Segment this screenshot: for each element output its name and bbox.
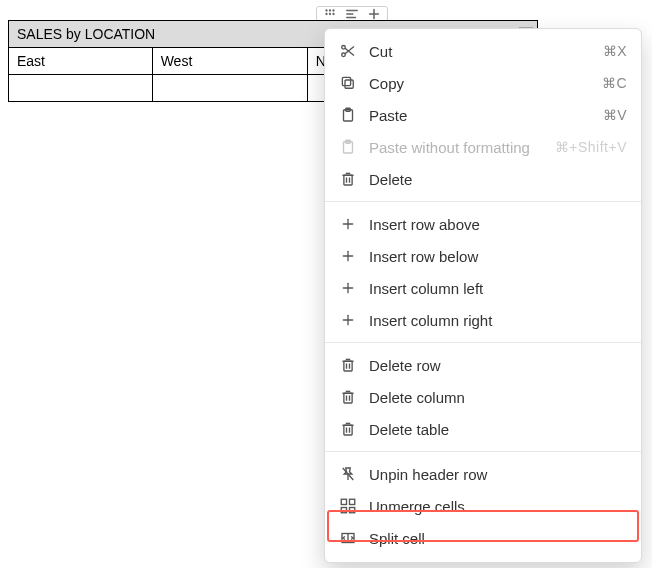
scissors-icon <box>339 42 357 60</box>
menu-item-label: Insert row above <box>369 216 627 233</box>
menu-item-insert-col-left[interactable]: Insert column left <box>325 272 641 304</box>
menu-item-unmerge-cells[interactable]: Unmerge cells <box>325 490 641 522</box>
menu-item-copy[interactable]: Copy⌘C <box>325 67 641 99</box>
context-menu: Cut⌘XCopy⌘CPaste⌘VPaste without formatti… <box>324 28 642 563</box>
plus-icon <box>339 311 357 329</box>
menu-item-insert-row-above[interactable]: Insert row above <box>325 208 641 240</box>
menu-item-shortcut: ⌘+Shift+V <box>555 139 627 155</box>
menu-item-insert-col-right[interactable]: Insert column right <box>325 304 641 336</box>
menu-item-label: Split cell <box>369 530 627 547</box>
svg-point-3 <box>325 13 327 15</box>
unmerge-icon <box>339 497 357 515</box>
menu-item-label: Insert row below <box>369 248 627 265</box>
menu-item-shortcut: ⌘C <box>602 75 627 91</box>
copy-icon <box>339 74 357 92</box>
cell[interactable] <box>152 75 307 102</box>
clipboard-outline-icon <box>339 138 357 156</box>
cell[interactable] <box>9 75 153 102</box>
menu-item-delete-row[interactable]: Delete row <box>325 349 641 381</box>
menu-item-label: Paste without formatting <box>369 139 543 156</box>
trash-icon <box>339 170 357 188</box>
cell[interactable]: West <box>152 48 307 75</box>
table-header-title: SALES by LOCATION <box>17 26 155 42</box>
menu-item-split-cell[interactable]: Split cell <box>325 522 641 554</box>
menu-separator <box>325 201 641 202</box>
menu-item-label: Unmerge cells <box>369 498 627 515</box>
menu-item-delete-table[interactable]: Delete table <box>325 413 641 445</box>
plus-icon <box>339 279 357 297</box>
svg-rect-22 <box>344 175 352 185</box>
cell-text: West <box>161 53 193 69</box>
svg-rect-40 <box>344 393 352 403</box>
svg-rect-35 <box>344 361 352 371</box>
menu-item-label: Delete column <box>369 389 627 406</box>
plus-icon <box>339 215 357 233</box>
svg-point-4 <box>329 13 331 15</box>
menu-item-label: Insert column right <box>369 312 627 329</box>
cell-text: East <box>17 53 45 69</box>
svg-rect-53 <box>350 499 355 504</box>
plus-icon <box>339 247 357 265</box>
menu-item-shortcut: ⌘X <box>603 43 627 59</box>
menu-item-label: Delete table <box>369 421 627 438</box>
menu-item-label: Delete row <box>369 357 627 374</box>
menu-separator <box>325 342 641 343</box>
svg-point-13 <box>342 53 346 57</box>
menu-item-label: Paste <box>369 107 591 124</box>
svg-point-0 <box>325 9 327 11</box>
menu-item-label: Delete <box>369 171 627 188</box>
svg-point-2 <box>332 9 334 11</box>
svg-point-1 <box>329 9 331 11</box>
drag-grip-icon[interactable] <box>323 7 337 21</box>
trash-icon <box>339 420 357 438</box>
clipboard-icon <box>339 106 357 124</box>
trash-icon <box>339 388 357 406</box>
unpin-icon <box>339 465 357 483</box>
menu-item-delete[interactable]: Delete <box>325 163 641 195</box>
plus-icon[interactable] <box>367 7 381 21</box>
menu-item-label: Insert column left <box>369 280 627 297</box>
align-left-icon[interactable] <box>345 7 359 21</box>
menu-item-label: Cut <box>369 43 591 60</box>
menu-item-paste[interactable]: Paste⌘V <box>325 99 641 131</box>
cell[interactable]: East <box>9 48 153 75</box>
menu-item-delete-col[interactable]: Delete column <box>325 381 641 413</box>
menu-item-unpin-header[interactable]: Unpin header row <box>325 458 641 490</box>
svg-rect-16 <box>345 80 353 88</box>
svg-rect-55 <box>350 508 355 513</box>
menu-separator <box>325 451 641 452</box>
menu-item-paste-nofmt: Paste without formatting⌘+Shift+V <box>325 131 641 163</box>
menu-item-insert-row-below[interactable]: Insert row below <box>325 240 641 272</box>
svg-rect-52 <box>341 499 346 504</box>
menu-item-label: Unpin header row <box>369 466 627 483</box>
menu-item-label: Copy <box>369 75 590 92</box>
svg-rect-45 <box>344 425 352 435</box>
menu-item-shortcut: ⌘V <box>603 107 627 123</box>
svg-rect-17 <box>342 77 350 85</box>
svg-rect-54 <box>341 508 346 513</box>
trash-icon <box>339 356 357 374</box>
svg-point-5 <box>332 13 334 15</box>
menu-item-cut[interactable]: Cut⌘X <box>325 35 641 67</box>
svg-point-12 <box>342 45 346 49</box>
split-icon <box>339 529 357 547</box>
